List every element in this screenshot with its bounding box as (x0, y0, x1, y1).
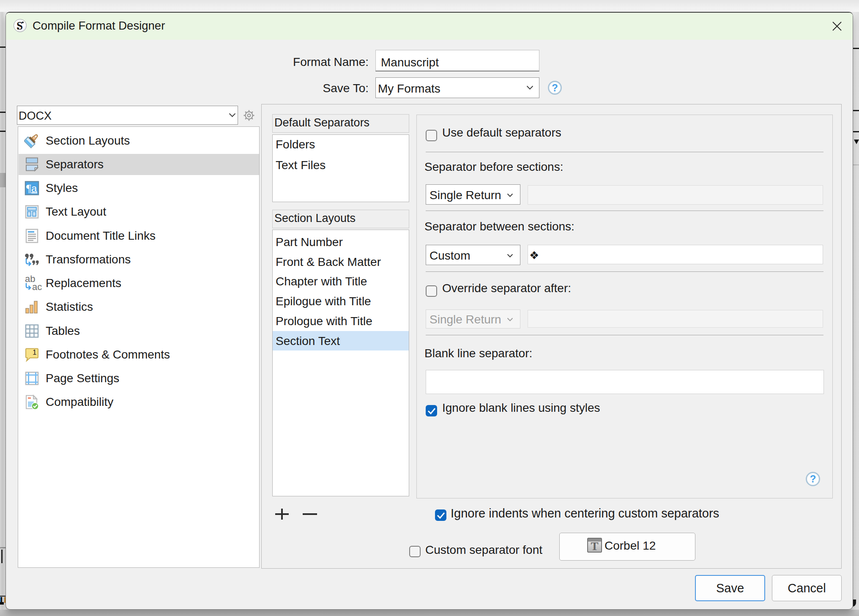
svg-text:1: 1 (33, 348, 36, 356)
svg-text:¶: ¶ (26, 182, 31, 194)
svg-text:a: a (31, 183, 37, 194)
svg-text:ac: ac (32, 282, 42, 291)
